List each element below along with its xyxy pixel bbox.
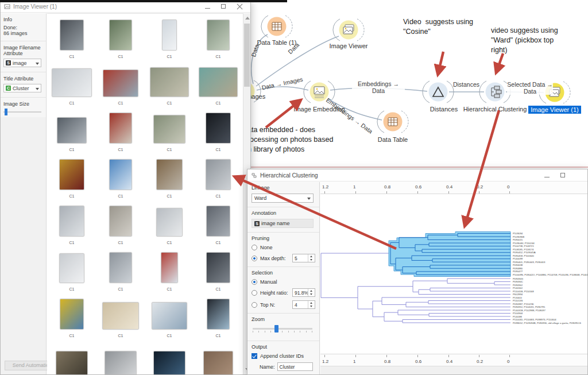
thumbnail-sunflower[interactable]: C1 bbox=[48, 297, 95, 344]
thumbnail-image[interactable] bbox=[60, 20, 84, 51]
node-data-table-1[interactable] bbox=[261, 10, 293, 42]
linkage-select[interactable]: Ward bbox=[252, 194, 314, 203]
node-data-table[interactable] bbox=[377, 106, 409, 138]
thumbnail-image[interactable] bbox=[156, 159, 183, 190]
minimize-icon[interactable] bbox=[200, 1, 216, 13]
thumbnail-image[interactable] bbox=[206, 252, 230, 283]
thumbnail-image[interactable] bbox=[59, 206, 84, 237]
pruning-none-radio[interactable] bbox=[252, 245, 257, 250]
thumbnail-image[interactable] bbox=[161, 252, 178, 283]
thumbnail-stone-sculpture[interactable]: C1 bbox=[195, 158, 242, 204]
scroll-up-icon[interactable] bbox=[245, 17, 250, 20]
thumbnail-statue-pigeons[interactable]: C1 bbox=[146, 297, 193, 344]
maximize-icon[interactable] bbox=[216, 1, 232, 13]
max-depth-radio[interactable] bbox=[252, 256, 257, 261]
thumbnail-bronze-foot[interactable]: C1 bbox=[146, 158, 193, 204]
top-n-stepper[interactable]: 4 bbox=[292, 300, 315, 309]
thumbnail-image[interactable] bbox=[105, 351, 137, 374]
thumbnail-golden-shrine[interactable]: C1 bbox=[48, 158, 95, 204]
thumbnail-image[interactable] bbox=[109, 113, 132, 144]
thumbnail-image[interactable] bbox=[206, 159, 231, 190]
thumbnail-image[interactable] bbox=[153, 115, 185, 144]
top-n-radio[interactable] bbox=[252, 302, 257, 308]
thumbnail-image[interactable] bbox=[199, 67, 238, 97]
thumbnail-image[interactable] bbox=[102, 302, 139, 330]
thumbnail-gate-crowd[interactable]: C1 bbox=[97, 18, 144, 65]
thumbnail-cat-relief[interactable]: C1 bbox=[195, 344, 242, 374]
thumbnail-wall-flowers[interactable]: C1 bbox=[195, 65, 242, 111]
zoom-slider[interactable] bbox=[253, 328, 312, 330]
thumbnail-stone-lion[interactable]: C1 bbox=[48, 204, 95, 251]
thumbnail-image[interactable] bbox=[103, 69, 138, 97]
thumbnail-cathedral[interactable]: C1 bbox=[146, 18, 193, 65]
thumbnail-image[interactable] bbox=[109, 252, 132, 283]
thumbnail-sky-statue[interactable]: C1 bbox=[97, 158, 144, 204]
thumbnail-image[interactable] bbox=[60, 299, 84, 330]
thumbnail-image[interactable] bbox=[57, 117, 87, 144]
title-attribute-select[interactable]: C Cluster bbox=[3, 84, 41, 92]
screen-top-strip bbox=[0, 0, 287, 2]
thumbnail-image[interactable] bbox=[206, 113, 231, 144]
spinner-arrows-icon[interactable] bbox=[308, 289, 314, 296]
image-size-slider-handle[interactable] bbox=[5, 109, 7, 115]
thumbnail-image[interactable] bbox=[152, 302, 187, 330]
thumbnail-image[interactable] bbox=[109, 206, 132, 237]
thumbnail-dark-angel[interactable]: C1 bbox=[195, 251, 242, 297]
thumbnail-gargoyle[interactable]: C1 bbox=[195, 204, 242, 251]
thumbnail-fog-bench[interactable]: C1 bbox=[146, 204, 193, 251]
zoom-slider-handle[interactable] bbox=[274, 325, 278, 333]
thumbnail-misty-hill[interactable]: C1 bbox=[48, 251, 95, 297]
thumbnail-image[interactable] bbox=[59, 159, 84, 190]
dendrogram[interactable]: P109094P109096BP090015P109046I, P110244P… bbox=[320, 195, 588, 355]
thumbnail-red-boat[interactable]: C1 bbox=[97, 65, 144, 111]
thumbnail-gravel-plants[interactable]: C1 bbox=[146, 111, 193, 158]
thumbnail-wisteria-building[interactable]: C1 bbox=[48, 344, 95, 374]
thumbnail-image[interactable] bbox=[56, 351, 88, 374]
image-viewer-titlebar[interactable]: Image Viewer (1) bbox=[1, 1, 250, 13]
annotation-select[interactable]: S image name bbox=[252, 219, 314, 228]
thumbnail-image[interactable] bbox=[203, 351, 233, 374]
scrollbar-thumb[interactable] bbox=[244, 24, 250, 87]
thumbnail-image[interactable] bbox=[150, 67, 189, 97]
thumbnail-image[interactable] bbox=[52, 68, 92, 97]
minimize-icon[interactable] bbox=[539, 169, 555, 181]
append-cluster-ids-checkbox[interactable] bbox=[252, 353, 257, 359]
maximize-icon[interactable] bbox=[555, 169, 571, 181]
spinner-arrows-icon[interactable] bbox=[308, 254, 314, 262]
thumbnail-image[interactable] bbox=[207, 299, 230, 330]
axis-tick-label: 1.2 bbox=[322, 359, 328, 364]
thumbnail-image[interactable] bbox=[59, 253, 84, 283]
thumbnail-image[interactable] bbox=[109, 20, 132, 51]
thumbnail-missile-statues[interactable]: C1 bbox=[48, 18, 95, 65]
thumbnail-image[interactable] bbox=[109, 159, 132, 190]
close-icon[interactable] bbox=[232, 1, 248, 13]
node-image-viewer[interactable] bbox=[332, 14, 365, 46]
hc-titlebar[interactable]: Hierarchical Clustering bbox=[247, 169, 587, 181]
thumbnail-stone-slope[interactable]: C1 bbox=[48, 65, 95, 111]
thumbnail-black-bird[interactable]: C1 bbox=[146, 344, 193, 374]
thumbnail-red-costume[interactable]: C1 bbox=[97, 111, 144, 158]
thumbnail-dog[interactable]: C1 bbox=[97, 344, 144, 374]
max-depth-stepper[interactable]: 5 bbox=[292, 254, 315, 262]
thumbnail-rock-caves[interactable]: C1 bbox=[97, 297, 144, 344]
height-ratio-stepper[interactable]: 91.8% bbox=[292, 288, 315, 297]
thumbnail-image[interactable] bbox=[156, 208, 183, 237]
thumbnail-image[interactable] bbox=[206, 206, 230, 237]
thumbnail-stone-relief[interactable]: C1 bbox=[97, 204, 144, 251]
thumbnail-image[interactable] bbox=[162, 20, 177, 51]
thumbnail-crowd[interactable]: C1 bbox=[48, 111, 95, 158]
thumbnail-gray-statue[interactable]: C1 bbox=[97, 251, 144, 297]
thumbnail-windmill[interactable]: C1 bbox=[195, 297, 242, 344]
cluster-name-input[interactable]: Cluster bbox=[277, 362, 313, 371]
thumbnail-image[interactable] bbox=[153, 351, 185, 374]
height-ratio-radio[interactable] bbox=[252, 290, 257, 296]
filename-attribute-select[interactable]: S image bbox=[3, 59, 41, 67]
thumbnail-memorial-flowers[interactable]: C1 bbox=[146, 65, 193, 111]
image-size-slider[interactable] bbox=[3, 111, 41, 113]
spinner-arrows-icon[interactable] bbox=[308, 301, 314, 308]
thumbnail-red-pole[interactable]: C1 bbox=[146, 251, 193, 297]
thumbnail-celtic-cross[interactable]: C1 bbox=[195, 18, 242, 65]
thumbnail-night-figure[interactable]: C1 bbox=[195, 111, 242, 158]
thumbnail-image[interactable] bbox=[207, 20, 230, 51]
manual-radio[interactable] bbox=[252, 279, 257, 285]
